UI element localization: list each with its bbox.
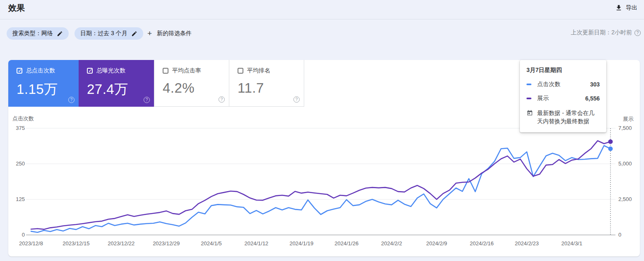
tooltip-row-impressions: 展示 6,556 [526, 95, 600, 102]
metric-value: 11.7 [238, 80, 304, 96]
filter-chip-date[interactable]: 日期：过去 3 个月 [74, 27, 143, 40]
svg-text:125: 125 [16, 196, 25, 202]
metric-label: 总曝光次数 [96, 67, 125, 74]
svg-text:2024/1/5: 2024/1/5 [201, 240, 222, 247]
checkbox-avg-ctr[interactable] [163, 68, 168, 74]
edit-pencil-icon[interactable] [131, 31, 137, 37]
help-circle-icon[interactable]: ? [144, 97, 150, 103]
svg-text:2,500: 2,500 [618, 196, 632, 202]
metric-value: 27.4万 [87, 80, 154, 99]
clicks-line [31, 146, 610, 232]
last-update-label: 上次更新日期：2小时前 [571, 29, 632, 36]
last-update-status: 上次更新日期：2小时前 ? [571, 29, 641, 36]
help-circle-icon[interactable]: ? [293, 96, 300, 103]
tooltip-row-clicks: 点击次数 303 [526, 81, 600, 88]
svg-text:2024/2/9: 2024/2/9 [426, 240, 447, 247]
svg-text:2023/12/29: 2023/12/29 [153, 240, 180, 247]
metric-label: 平均排名 [247, 67, 270, 74]
tooltip-note-text: 最新数据 - 通常会在几天内替换为最终数据 [537, 109, 600, 126]
metric-card-avg-ctr[interactable]: 平均点击率 4.2% ? [154, 60, 229, 107]
plus-icon: + [147, 29, 152, 38]
tooltip-row-value: 303 [590, 81, 600, 88]
new-filter-label: 新的筛选条件 [157, 30, 192, 37]
svg-text:0: 0 [618, 232, 621, 238]
edit-pencil-icon[interactable] [57, 31, 63, 37]
svg-text:展示: 展示 [623, 116, 634, 122]
tooltip-row-value: 6,556 [585, 95, 600, 102]
filter-chip-search-type-label: 搜索类型：网络 [12, 30, 53, 37]
checkbox-total-clicks[interactable] [17, 68, 22, 74]
svg-text:2024/1/19: 2024/1/19 [289, 240, 313, 247]
metric-card-avg-position[interactable]: 平均排名 11.7 ? [229, 60, 304, 107]
svg-text:2024/1/12: 2024/1/12 [245, 240, 269, 247]
tooltip-fresh-data-note: 最新数据 - 通常会在几天内替换为最终数据 [526, 109, 600, 126]
checkbox-total-impressions[interactable] [87, 68, 93, 74]
svg-text:2024/1/26: 2024/1/26 [334, 240, 358, 247]
tooltip-row-label: 展示 [537, 95, 585, 102]
svg-text:点击次数: 点击次数 [12, 115, 34, 122]
impressions-series-swatch [526, 98, 531, 99]
performance-chart[interactable]: 001252,5002505,0003757,500点击次数展示2023/12/… [8, 114, 640, 256]
svg-text:5,000: 5,000 [618, 160, 632, 167]
svg-text:2023/12/15: 2023/12/15 [62, 240, 89, 247]
filter-chip-date-label: 日期：过去 3 个月 [80, 30, 127, 37]
svg-text:0: 0 [22, 232, 25, 238]
svg-text:2024/2/23: 2024/2/23 [515, 240, 539, 247]
export-label: 导出 [626, 4, 637, 12]
metric-value: 4.2% [163, 80, 229, 96]
svg-text:250: 250 [16, 160, 25, 167]
metric-card-total-impressions[interactable]: 总曝光次数 27.4万 ? [79, 60, 154, 107]
help-circle-icon[interactable]: ? [68, 97, 74, 103]
clicks-series-swatch [526, 84, 531, 85]
metric-value: 1.15万 [17, 80, 79, 99]
svg-text:2024/3/1: 2024/3/1 [561, 240, 582, 247]
download-icon [615, 4, 622, 12]
svg-text:2023/12/8: 2023/12/8 [19, 240, 43, 247]
impressions-hover-dot [608, 139, 613, 144]
svg-text:375: 375 [16, 125, 25, 131]
filter-chip-search-type[interactable]: 搜索类型：网络 [7, 27, 69, 40]
metric-label: 平均点击率 [172, 67, 201, 74]
metric-label: 总点击次数 [26, 67, 55, 74]
help-circle-icon[interactable]: ? [634, 30, 641, 36]
svg-text:2024/2/2: 2024/2/2 [381, 240, 402, 247]
export-button[interactable]: 导出 [613, 3, 640, 12]
svg-text:2024/2/16: 2024/2/16 [470, 240, 494, 247]
checkbox-avg-position[interactable] [238, 68, 243, 74]
new-filter-button[interactable]: + 新的筛选条件 [144, 27, 195, 40]
clicks-hover-dot [608, 146, 613, 151]
calendar-icon [526, 110, 533, 116]
svg-text:2023/12/22: 2023/12/22 [108, 240, 135, 247]
svg-text:7,500: 7,500 [618, 125, 632, 131]
tooltip-date: 3月7日星期四 [526, 67, 600, 74]
header-divider [0, 19, 644, 19]
help-circle-icon[interactable]: ? [219, 96, 225, 103]
metric-card-total-clicks[interactable]: 总点击次数 1.15万 ? [8, 60, 79, 107]
tooltip-row-label: 点击次数 [537, 81, 590, 88]
page-title: 效果 [8, 2, 25, 14]
chart-tooltip: 3月7日星期四 点击次数 303 展示 6,556 最新数据 - 通常会在几天内… [520, 60, 606, 132]
